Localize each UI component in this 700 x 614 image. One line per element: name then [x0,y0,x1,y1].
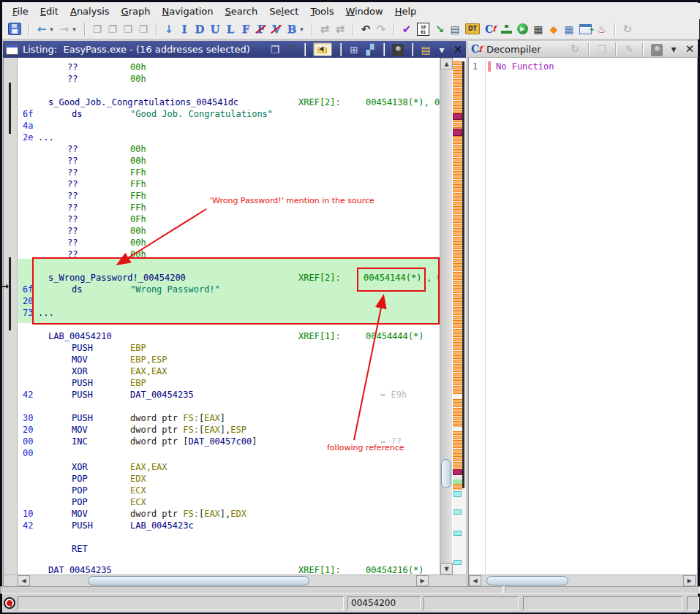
decompiler-panel[interactable] [468,41,698,586]
menu-select[interactable]: Select [263,4,304,18]
format-icon[interactable]: ▤ [421,43,431,56]
symbol-tree-icon[interactable] [501,23,512,34]
validate-icon[interactable]: ✔ [402,23,412,36]
refresh-disabled-icon[interactable]: ↻ [622,23,633,36]
swap-2-icon[interactable]: ⇄ [335,23,345,36]
binary-view-icon[interactable]: 10 01 [417,23,429,36]
save-icon[interactable] [8,23,21,35]
memory-chip-icon[interactable]: ▦ [533,23,543,36]
ghidra-dragon-icon[interactable] [4,597,15,609]
scroll-left-button[interactable]: ◀ [469,575,481,586]
marker-stripe[interactable] [453,61,462,395]
toolbar-separator [614,23,615,36]
letter-u-icon[interactable]: U [210,23,220,36]
diff-icon[interactable]: ▞ [365,43,375,56]
redo-button[interactable]: ↷ [376,23,386,36]
letter-f-crossed-icon[interactable]: F [256,23,266,36]
snapshot-icon[interactable] [392,44,404,56]
letter-l-icon[interactable]: L [225,23,236,36]
letter-b-dropdown[interactable]: ▾ [299,23,304,36]
swap-1-icon[interactable]: ⇄ [320,23,330,36]
back-button[interactable]: ← [37,23,47,36]
scroll-right-button[interactable]: ▶ [683,575,696,586]
menu-file[interactable]: File [7,4,34,18]
auto-analyze-icon[interactable]: ♨ [597,23,607,36]
copy-special-3-icon[interactable]: ❐ [123,23,133,36]
status-field-2 [424,596,519,610]
listing-header[interactable]: Listing: EasyPass.exe - (16 addresses se… [3,41,466,58]
decompiler-horizontal-scrollbar[interactable]: ◀ ▶ [469,575,697,586]
copy-special-4-icon[interactable]: ❐ [138,23,148,36]
refresh-icon[interactable]: ↻ [570,43,580,56]
edit-icon[interactable]: ✎ [624,43,634,56]
marker-cyan[interactable] [454,509,462,515]
marker-magenta[interactable] [453,113,462,120]
scroll-right-button[interactable]: ▶ [416,575,429,586]
marker-magenta[interactable] [453,469,462,475]
listing-line: ??00h [18,73,440,85]
listing-vertical-scrollbar[interactable]: ▲ ▼ [440,58,452,575]
cursor-select-toggle[interactable] [313,42,332,56]
forward-dropdown[interactable]: ▾ [72,23,77,36]
menu-analysis[interactable]: Analysis [64,4,116,18]
horizontal-scroll-thumb[interactable] [486,576,568,585]
letter-i-icon[interactable]: I [179,23,189,36]
menu-edit[interactable]: Edit [34,4,64,18]
letter-d-icon[interactable]: D [195,23,205,36]
listing-bottom-strip [0,586,503,594]
panel-dropdown[interactable]: ▾ [669,43,679,56]
forward-button[interactable]: → [59,23,69,36]
listing-margin[interactable] [4,58,18,575]
menu-window[interactable]: Window [339,4,388,18]
marker-cyan[interactable] [454,491,462,497]
listing-line: 20MOVdword ptr FS:[EAX],ESP [18,424,440,436]
menu-tools[interactable]: Tools [304,4,339,18]
marker-cyan[interactable] [454,560,462,565]
marker-stripe[interactable] [453,431,462,469]
letter-v-crossed-icon[interactable]: V [271,23,282,36]
letter-f-icon[interactable]: F [241,23,251,36]
marker-edge[interactable] [462,61,464,488]
diamond-icon[interactable]: ◆ [549,23,559,36]
table-go-icon[interactable] [579,24,592,34]
run-script-icon[interactable]: ▶ [517,23,528,34]
edit-fields-icon[interactable]: ⊞ [349,43,359,56]
pulldown-icon[interactable]: ↓ [164,23,174,36]
listing-content[interactable]: ??00h??00hs_Good_Job._Congratulations_00… [18,58,440,575]
data-type-manager-icon[interactable]: DT [465,23,480,34]
close-icon[interactable]: ✕ [685,43,695,56]
scroll-down-button[interactable]: ▼ [440,563,453,575]
vertical-scroll-thumb[interactable] [441,459,451,488]
copy-icon[interactable]: ❐ [270,43,280,56]
listing-horizontal-scrollbar[interactable]: ◀ ▶ [4,575,466,586]
scroll-up-button[interactable]: ▲ [440,58,453,69]
snapshot-icon[interactable] [651,44,663,56]
marker-stripe[interactable] [453,399,462,427]
navigation-marker-column[interactable] [453,58,466,575]
menu-help[interactable]: Help [389,4,423,18]
scroll-left-button[interactable]: ◀ [18,575,30,586]
format-dropdown[interactable]: ▾ [437,43,447,56]
listing-line: XOREAX,EAX [18,365,440,377]
export-icon[interactable]: ↘ [434,23,445,36]
decompiler-header[interactable]: Cf Decompiler ↻❐✎▾✕ [468,41,698,58]
menu-navigation[interactable]: Navigation [156,4,219,18]
copy-special-1-icon[interactable]: ❐ [92,23,102,36]
horizontal-scroll-thumb[interactable] [88,576,309,585]
marker-cyan[interactable] [454,531,462,536]
table-icon[interactable]: ▦ [564,23,574,36]
letter-b-icon[interactable]: B [287,23,297,36]
copy-icon[interactable]: ❐ [597,43,607,56]
undo-button[interactable]: ↶ [361,23,371,36]
close-icon[interactable]: ✕ [453,43,463,56]
function-cf-icon[interactable]: Cf [485,23,496,36]
paste-icon[interactable]: ❐ [286,43,296,56]
menu-graph[interactable]: Graph [116,4,157,18]
copy-special-2-icon[interactable]: ❐ [108,23,118,36]
memory-map-icon[interactable]: ▤ [450,23,460,36]
back-dropdown[interactable]: ▾ [49,23,54,36]
toolbar-separator [642,42,643,56]
menu-search[interactable]: Search [219,4,264,18]
marker-magenta[interactable] [453,129,462,136]
marker-stripe[interactable] [453,484,462,490]
